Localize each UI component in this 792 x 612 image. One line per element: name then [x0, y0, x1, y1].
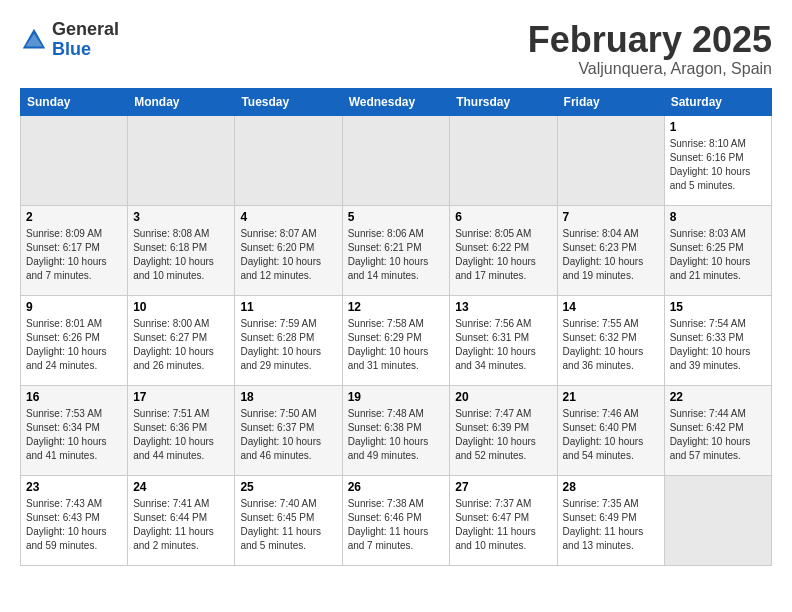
day-number: 2 — [26, 210, 122, 224]
calendar-cell: 19Sunrise: 7:48 AM Sunset: 6:38 PM Dayli… — [342, 385, 450, 475]
calendar-cell: 16Sunrise: 7:53 AM Sunset: 6:34 PM Dayli… — [21, 385, 128, 475]
calendar-cell: 9Sunrise: 8:01 AM Sunset: 6:26 PM Daylig… — [21, 295, 128, 385]
day-info: Sunrise: 7:40 AM Sunset: 6:45 PM Dayligh… — [240, 497, 336, 553]
calendar-cell: 8Sunrise: 8:03 AM Sunset: 6:25 PM Daylig… — [664, 205, 771, 295]
weekday-header-monday: Monday — [128, 88, 235, 115]
day-info: Sunrise: 7:47 AM Sunset: 6:39 PM Dayligh… — [455, 407, 551, 463]
location: Valjunquera, Aragon, Spain — [528, 60, 772, 78]
week-row-5: 23Sunrise: 7:43 AM Sunset: 6:43 PM Dayli… — [21, 475, 772, 565]
calendar-cell: 18Sunrise: 7:50 AM Sunset: 6:37 PM Dayli… — [235, 385, 342, 475]
calendar-cell: 17Sunrise: 7:51 AM Sunset: 6:36 PM Dayli… — [128, 385, 235, 475]
day-info: Sunrise: 7:56 AM Sunset: 6:31 PM Dayligh… — [455, 317, 551, 373]
weekday-header-row: SundayMondayTuesdayWednesdayThursdayFrid… — [21, 88, 772, 115]
day-number: 13 — [455, 300, 551, 314]
calendar-cell: 27Sunrise: 7:37 AM Sunset: 6:47 PM Dayli… — [450, 475, 557, 565]
day-info: Sunrise: 8:08 AM Sunset: 6:18 PM Dayligh… — [133, 227, 229, 283]
calendar-cell: 13Sunrise: 7:56 AM Sunset: 6:31 PM Dayli… — [450, 295, 557, 385]
day-info: Sunrise: 7:59 AM Sunset: 6:28 PM Dayligh… — [240, 317, 336, 373]
calendar-cell: 10Sunrise: 8:00 AM Sunset: 6:27 PM Dayli… — [128, 295, 235, 385]
week-row-2: 2Sunrise: 8:09 AM Sunset: 6:17 PM Daylig… — [21, 205, 772, 295]
week-row-3: 9Sunrise: 8:01 AM Sunset: 6:26 PM Daylig… — [21, 295, 772, 385]
day-info: Sunrise: 8:01 AM Sunset: 6:26 PM Dayligh… — [26, 317, 122, 373]
weekday-header-sunday: Sunday — [21, 88, 128, 115]
calendar-cell: 25Sunrise: 7:40 AM Sunset: 6:45 PM Dayli… — [235, 475, 342, 565]
day-info: Sunrise: 7:53 AM Sunset: 6:34 PM Dayligh… — [26, 407, 122, 463]
day-info: Sunrise: 7:44 AM Sunset: 6:42 PM Dayligh… — [670, 407, 766, 463]
calendar-cell: 20Sunrise: 7:47 AM Sunset: 6:39 PM Dayli… — [450, 385, 557, 475]
day-info: Sunrise: 8:05 AM Sunset: 6:22 PM Dayligh… — [455, 227, 551, 283]
day-info: Sunrise: 7:37 AM Sunset: 6:47 PM Dayligh… — [455, 497, 551, 553]
calendar-cell: 26Sunrise: 7:38 AM Sunset: 6:46 PM Dayli… — [342, 475, 450, 565]
calendar-cell: 21Sunrise: 7:46 AM Sunset: 6:40 PM Dayli… — [557, 385, 664, 475]
title-area: February 2025 Valjunquera, Aragon, Spain — [528, 20, 772, 78]
day-info: Sunrise: 8:03 AM Sunset: 6:25 PM Dayligh… — [670, 227, 766, 283]
day-number: 23 — [26, 480, 122, 494]
calendar-cell: 11Sunrise: 7:59 AM Sunset: 6:28 PM Dayli… — [235, 295, 342, 385]
day-number: 4 — [240, 210, 336, 224]
day-info: Sunrise: 8:09 AM Sunset: 6:17 PM Dayligh… — [26, 227, 122, 283]
logo-general-text: General — [52, 19, 119, 39]
logo: General Blue — [20, 20, 119, 60]
day-number: 25 — [240, 480, 336, 494]
day-number: 8 — [670, 210, 766, 224]
weekday-header-wednesday: Wednesday — [342, 88, 450, 115]
calendar-cell: 12Sunrise: 7:58 AM Sunset: 6:29 PM Dayli… — [342, 295, 450, 385]
day-number: 18 — [240, 390, 336, 404]
day-number: 20 — [455, 390, 551, 404]
calendar-cell: 23Sunrise: 7:43 AM Sunset: 6:43 PM Dayli… — [21, 475, 128, 565]
calendar-cell — [450, 115, 557, 205]
day-info: Sunrise: 8:06 AM Sunset: 6:21 PM Dayligh… — [348, 227, 445, 283]
day-number: 17 — [133, 390, 229, 404]
day-number: 1 — [670, 120, 766, 134]
calendar-cell — [557, 115, 664, 205]
day-number: 21 — [563, 390, 659, 404]
day-number: 28 — [563, 480, 659, 494]
day-number: 27 — [455, 480, 551, 494]
calendar-cell: 14Sunrise: 7:55 AM Sunset: 6:32 PM Dayli… — [557, 295, 664, 385]
day-number: 7 — [563, 210, 659, 224]
day-info: Sunrise: 8:07 AM Sunset: 6:20 PM Dayligh… — [240, 227, 336, 283]
day-info: Sunrise: 7:50 AM Sunset: 6:37 PM Dayligh… — [240, 407, 336, 463]
calendar-cell: 28Sunrise: 7:35 AM Sunset: 6:49 PM Dayli… — [557, 475, 664, 565]
logo-icon — [20, 26, 48, 54]
day-number: 9 — [26, 300, 122, 314]
day-info: Sunrise: 7:54 AM Sunset: 6:33 PM Dayligh… — [670, 317, 766, 373]
day-info: Sunrise: 7:55 AM Sunset: 6:32 PM Dayligh… — [563, 317, 659, 373]
day-info: Sunrise: 7:58 AM Sunset: 6:29 PM Dayligh… — [348, 317, 445, 373]
day-info: Sunrise: 7:48 AM Sunset: 6:38 PM Dayligh… — [348, 407, 445, 463]
day-info: Sunrise: 7:46 AM Sunset: 6:40 PM Dayligh… — [563, 407, 659, 463]
day-info: Sunrise: 7:41 AM Sunset: 6:44 PM Dayligh… — [133, 497, 229, 553]
day-info: Sunrise: 8:04 AM Sunset: 6:23 PM Dayligh… — [563, 227, 659, 283]
day-info: Sunrise: 7:51 AM Sunset: 6:36 PM Dayligh… — [133, 407, 229, 463]
day-info: Sunrise: 7:35 AM Sunset: 6:49 PM Dayligh… — [563, 497, 659, 553]
week-row-1: 1Sunrise: 8:10 AM Sunset: 6:16 PM Daylig… — [21, 115, 772, 205]
day-number: 26 — [348, 480, 445, 494]
day-info: Sunrise: 8:10 AM Sunset: 6:16 PM Dayligh… — [670, 137, 766, 193]
calendar-cell: 7Sunrise: 8:04 AM Sunset: 6:23 PM Daylig… — [557, 205, 664, 295]
day-number: 6 — [455, 210, 551, 224]
day-number: 19 — [348, 390, 445, 404]
calendar-cell: 5Sunrise: 8:06 AM Sunset: 6:21 PM Daylig… — [342, 205, 450, 295]
calendar-cell — [235, 115, 342, 205]
weekday-header-tuesday: Tuesday — [235, 88, 342, 115]
day-number: 22 — [670, 390, 766, 404]
day-number: 15 — [670, 300, 766, 314]
calendar-cell: 1Sunrise: 8:10 AM Sunset: 6:16 PM Daylig… — [664, 115, 771, 205]
calendar-table: SundayMondayTuesdayWednesdayThursdayFrid… — [20, 88, 772, 566]
weekday-header-saturday: Saturday — [664, 88, 771, 115]
calendar-cell: 22Sunrise: 7:44 AM Sunset: 6:42 PM Dayli… — [664, 385, 771, 475]
day-info: Sunrise: 7:43 AM Sunset: 6:43 PM Dayligh… — [26, 497, 122, 553]
weekday-header-friday: Friday — [557, 88, 664, 115]
calendar-cell: 4Sunrise: 8:07 AM Sunset: 6:20 PM Daylig… — [235, 205, 342, 295]
calendar-cell: 3Sunrise: 8:08 AM Sunset: 6:18 PM Daylig… — [128, 205, 235, 295]
day-number: 11 — [240, 300, 336, 314]
calendar-cell: 2Sunrise: 8:09 AM Sunset: 6:17 PM Daylig… — [21, 205, 128, 295]
day-number: 24 — [133, 480, 229, 494]
day-number: 12 — [348, 300, 445, 314]
logo-blue-text: Blue — [52, 39, 91, 59]
calendar-cell — [342, 115, 450, 205]
day-number: 5 — [348, 210, 445, 224]
week-row-4: 16Sunrise: 7:53 AM Sunset: 6:34 PM Dayli… — [21, 385, 772, 475]
day-info: Sunrise: 8:00 AM Sunset: 6:27 PM Dayligh… — [133, 317, 229, 373]
month-title: February 2025 — [528, 20, 772, 60]
